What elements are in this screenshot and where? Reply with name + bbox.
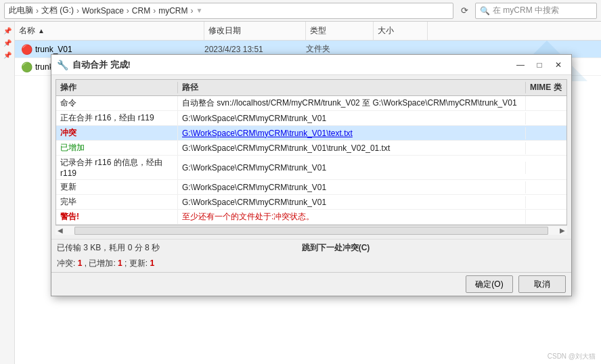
log-mime: [526, 117, 566, 120]
jump-conflict-button[interactable]: 跳到下一处冲突(C): [302, 242, 370, 254]
dialog-title-icon: 🔧: [57, 60, 68, 70]
update-count: 1: [150, 258, 154, 268]
log-header-action: 操作: [56, 82, 178, 93]
jump-conflict-label: 跳到下一处冲突(C): [302, 242, 370, 254]
scrollbar-area: ◀ ▶: [55, 225, 567, 235]
log-path[interactable]: G:\WorkSpace\CRM\myCRM\trunk_V01\text.tx…: [178, 127, 526, 139]
log-path: G:\WorkSpace\CRM\myCRM\trunk_V01\trunk_V…: [178, 142, 526, 154]
dialog-titlebar: 🔧 自动合并 完成! — □ ✕: [51, 55, 571, 75]
dialog-status: 已传输 3 KB，耗用 0 分 8 秒 跳到下一处冲突(C): [51, 239, 571, 256]
log-row-conflict: 冲突 G:\WorkSpace\CRM\myCRM\trunk_V01\text…: [56, 126, 566, 141]
log-mime: [526, 102, 566, 105]
confirm-button[interactable]: 确定(O): [466, 275, 513, 293]
cancel-button[interactable]: 取消: [518, 275, 566, 293]
log-header-path: 路径: [178, 82, 526, 93]
log-header-mime: MIME 类: [526, 82, 566, 93]
log-action: 正在合并 r116，经由 r119: [56, 111, 178, 125]
log-mime: [526, 216, 566, 219]
log-path: 自动整合 svn://localhost/CRM/myCRM/trunk_V02…: [178, 96, 526, 110]
log-path: G:\WorkSpace\CRM\myCRM\trunk_V01: [178, 162, 526, 174]
merge-dialog: 🔧 自动合并 完成! — □ ✕ 操作 路径 MIME 类 命令 自动整合 sv…: [51, 54, 572, 296]
dialog-title-text: 自动合并 完成!: [72, 59, 509, 71]
scroll-right-btn[interactable]: ▶: [558, 227, 567, 234]
log-mime: [526, 186, 566, 189]
log-action: 命令: [56, 96, 178, 110]
log-path: G:\WorkSpace\CRM\myCRM\trunk_V01: [178, 196, 526, 208]
log-row-warning: 警告! 至少还有一个的文件处于:冲突状态。: [56, 210, 566, 225]
horizontal-scrollbar[interactable]: [74, 227, 548, 235]
log-table: 操作 路径 MIME 类 命令 自动整合 svn://localhost/CRM…: [55, 79, 567, 225]
log-row: 命令 自动整合 svn://localhost/CRM/myCRM/trunk_…: [56, 96, 566, 111]
conflict-count: 1: [78, 258, 83, 268]
log-row: 完毕 G:\WorkSpace\CRM\myCRM\trunk_V01: [56, 195, 566, 210]
log-path: 至少还有一个的文件处于:冲突状态。: [178, 210, 526, 224]
dialog-overlay: 🔧 自动合并 完成! — □ ✕ 操作 路径 MIME 类 命令 自动整合 sv…: [0, 0, 601, 364]
added-label-mid: , 已增加:: [85, 258, 116, 268]
added-count: 1: [118, 258, 123, 268]
log-action: 记录合并 r116 的信息，经由 r119: [56, 156, 178, 179]
close-button[interactable]: ✕: [551, 58, 566, 72]
update-label-mid: ; 更新:: [125, 258, 148, 268]
maximize-button[interactable]: □: [532, 58, 547, 72]
log-table-header: 操作 路径 MIME 类: [56, 80, 566, 96]
log-row: 更新 G:\WorkSpace\CRM\myCRM\trunk_V01: [56, 180, 566, 195]
scroll-left-btn[interactable]: ◀: [55, 227, 65, 234]
log-path: G:\WorkSpace\CRM\myCRM\trunk_V01: [178, 112, 526, 124]
log-mime: [526, 147, 566, 150]
log-path: G:\WorkSpace\CRM\myCRM\trunk_V01: [178, 181, 526, 194]
log-mime: [526, 166, 566, 169]
conflict-label: 冲突:: [57, 258, 75, 268]
log-mime: [526, 132, 566, 135]
minimize-button[interactable]: —: [513, 58, 528, 72]
log-row: 已增加 G:\WorkSpace\CRM\myCRM\trunk_V01\tru…: [56, 141, 566, 156]
log-row: 正在合并 r116，经由 r119 G:\WorkSpace\CRM\myCRM…: [56, 111, 566, 126]
log-action: 完毕: [56, 195, 178, 209]
conflict-summary: 冲突: 1 , 已增加: 1 ; 更新: 1: [51, 256, 571, 272]
dialog-footer: 确定(O) 取消: [51, 272, 571, 296]
log-row: 记录合并 r116 的信息，经由 r119 G:\WorkSpace\CRM\m…: [56, 156, 566, 180]
log-mime: [526, 201, 566, 204]
log-action: 已增加: [56, 141, 178, 155]
log-action: 冲突: [56, 126, 178, 140]
csdn-watermark: CSDN @刘大猫: [548, 352, 596, 361]
transfer-status: 已传输 3 KB，耗用 0 分 8 秒: [57, 242, 160, 254]
log-action: 警告!: [56, 210, 178, 224]
dialog-content: 操作 路径 MIME 类 命令 自动整合 svn://localhost/CRM…: [51, 75, 571, 239]
log-action: 更新: [56, 180, 178, 194]
